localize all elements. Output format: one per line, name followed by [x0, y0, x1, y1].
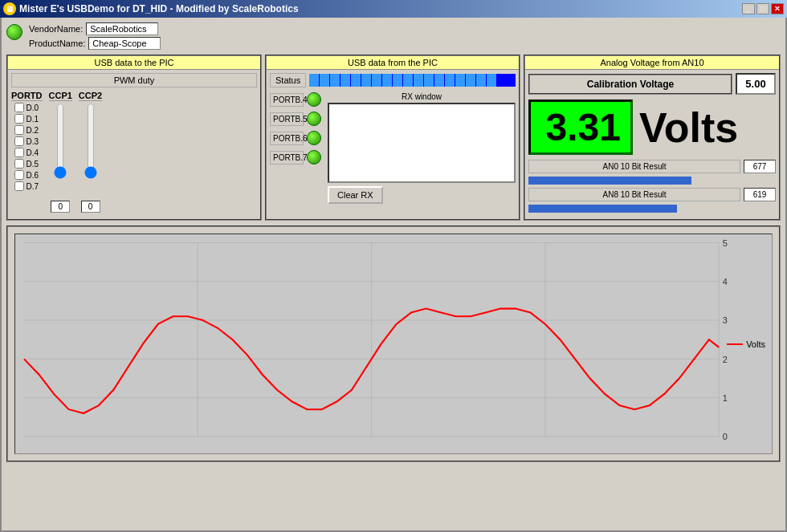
svg-text:2: 2 [723, 355, 728, 364]
analog-voltage-section: Analog Voltage from AN10 Calibration Vol… [524, 55, 781, 221]
portd-cb-row: D.6 [14, 170, 39, 180]
portd-cb-row: D.7 [14, 181, 39, 191]
product-name-label: ProductName: [29, 39, 85, 48]
an0-progress-bar [528, 177, 691, 185]
status-label: Status [270, 73, 306, 87]
usb-from-pic-content: Status PORTB.4 PORTB.5 [267, 70, 519, 207]
svg-text:0: 0 [723, 432, 728, 441]
portd-checkbox[interactable] [14, 159, 24, 169]
portd-cb-row: D.1 [14, 114, 39, 124]
an8-progress-bar [528, 205, 677, 213]
product-name-value: Cheap-Scope [88, 37, 161, 50]
ccp1-slider[interactable] [52, 103, 68, 179]
ccp2-label: CCP2 [79, 91, 102, 101]
maximize-button[interactable]: □ [756, 3, 769, 14]
vendor-info: VendorName: ScaleRobotics ProductName: C… [29, 22, 161, 50]
portb6-led [307, 131, 321, 145]
portd-section: PORTD D.0D.1D.2D.3D.4D.5D.6D.7 [11, 91, 43, 191]
usb-to-pic-section: USB data to the PIC PWM duty PORTD D.0D.… [6, 55, 262, 221]
portb7-row: PORTB.7 [270, 150, 321, 164]
chart-container: 012345 Volts [6, 225, 781, 462]
portd-checkboxes: D.0D.1D.2D.3D.4D.5D.6D.7 [14, 103, 39, 191]
ccp1-value: 0 [51, 201, 70, 213]
usb-to-pic-title: USB data to the PIC [8, 56, 260, 70]
svg-text:1: 1 [723, 393, 728, 403]
portb4-led [307, 92, 321, 107]
title-text: Mister E's USBDemo for DT_HID - Modified… [19, 3, 299, 14]
chart-inner: 012345 Volts [14, 234, 773, 454]
analog-voltage-content: Calibration Voltage 5.00 3.31 Volts AN0 … [525, 70, 779, 219]
portd-checkbox[interactable] [14, 181, 24, 191]
portb6-row: PORTB.6 [270, 131, 321, 145]
portb7-label: PORTB.7 [270, 151, 304, 164]
portd-checkbox[interactable] [14, 114, 24, 124]
minimize-button[interactable]: _ [742, 3, 755, 14]
usb-from-pic-section: USB data from the PIC Status PORTB.4 POR… [265, 55, 520, 221]
portd-checkbox[interactable] [14, 148, 24, 157]
calib-row: Calibration Voltage 5.00 [528, 73, 776, 95]
ccp1-section: CCP1 0 [49, 91, 72, 213]
portd-checkbox[interactable] [14, 103, 24, 112]
pwm-label: PWM duty [11, 73, 257, 87]
rx-window-label: RX window [328, 92, 516, 101]
vendor-name-value: ScaleRobotics [86, 22, 158, 35]
usb-to-pic-content: PWM duty PORTD D.0D.1D.2D.3D.4D.5D.6D.7 … [8, 70, 260, 216]
portb5-row: PORTB.5 [270, 112, 321, 126]
status-row: Status [270, 73, 516, 87]
top-info: VendorName: ScaleRobotics ProductName: C… [6, 22, 781, 50]
ccp2-value: 0 [81, 201, 100, 213]
chart-legend: Volts [727, 339, 765, 349]
clear-rx-button[interactable]: Clear RX [328, 186, 383, 204]
portd-label: PORTD [11, 91, 43, 101]
portd-cb-row: D.0 [14, 103, 39, 112]
sections-row: USB data to the PIC PWM duty PORTD D.0D.… [6, 55, 781, 221]
close-button[interactable]: ✕ [771, 3, 784, 14]
portb5-led [307, 112, 321, 126]
calib-value: 5.00 [736, 73, 776, 95]
vendor-name-label: VendorName: [29, 24, 83, 34]
an8-label: AN8 10 Bit Result [528, 188, 740, 201]
portb5-label: PORTB.5 [270, 112, 304, 126]
portb7-led [307, 150, 321, 164]
title-bar: 🖥 Mister E's USBDemo for DT_HID - Modifi… [0, 0, 787, 18]
voltage-unit: Volts [639, 104, 738, 152]
vendor-name-row: VendorName: ScaleRobotics [29, 22, 161, 35]
ccp1-slider-container [52, 103, 68, 199]
chart-svg: 012345 [15, 234, 772, 453]
portb-left: PORTB.4 PORTB.5 PORTB.6 PORTB.7 [270, 92, 321, 204]
svg-text:5: 5 [723, 238, 728, 248]
portb4-row: PORTB.4 [270, 92, 321, 107]
rx-window [328, 103, 516, 183]
status-progress-bar [309, 74, 516, 87]
portd-cb-row: D.2 [14, 125, 39, 135]
main-window: VendorName: ScaleRobotics ProductName: C… [0, 18, 787, 532]
an8-value: 619 [744, 188, 776, 201]
portb4-label: PORTB.4 [270, 93, 304, 107]
portd-checkbox[interactable] [14, 125, 24, 135]
portb-rows: PORTB.4 PORTB.5 PORTB.6 PORTB.7 [270, 92, 516, 204]
an0-label: AN0 10 Bit Result [528, 160, 740, 173]
portd-cb-row: D.5 [14, 159, 39, 169]
portd-cb-row: D.4 [14, 148, 39, 157]
ccp2-slider[interactable] [83, 103, 99, 179]
ccp2-slider-container [83, 103, 99, 199]
an0-result-row: AN0 10 Bit Result 677 [528, 160, 776, 173]
portd-checkbox[interactable] [14, 136, 24, 146]
portb6-label: PORTB.6 [270, 132, 304, 145]
an8-result-row: AN8 10 Bit Result 619 [528, 188, 776, 201]
analog-voltage-title: Analog Voltage from AN10 [525, 56, 779, 70]
ccp2-section: CCP2 0 [79, 91, 102, 213]
portd-checkbox[interactable] [14, 170, 24, 180]
svg-text:3: 3 [723, 316, 728, 326]
portd-cb-row: D.3 [14, 136, 39, 146]
legend-label: Volts [746, 339, 765, 349]
status-light [6, 24, 22, 40]
legend-line [727, 343, 743, 345]
ccp1-label: CCP1 [49, 91, 72, 101]
product-name-row: ProductName: Cheap-Scope [29, 37, 161, 50]
an0-value: 677 [744, 160, 776, 173]
portd-row: PORTD D.0D.1D.2D.3D.4D.5D.6D.7 CCP1 0 CC… [11, 91, 257, 213]
voltage-display: 3.31 Volts [528, 99, 776, 155]
svg-text:4: 4 [723, 277, 728, 286]
app-icon: 🖥 [3, 2, 16, 15]
